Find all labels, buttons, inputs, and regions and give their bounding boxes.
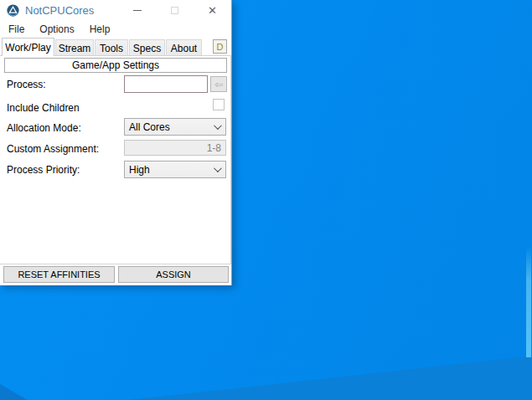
process-browse-button[interactable]: ⇦: [210, 76, 227, 92]
menu-help[interactable]: Help: [82, 22, 118, 37]
include-children-label: Include Children: [7, 102, 80, 114]
maximize-icon: [171, 7, 178, 14]
tab-tools[interactable]: Tools: [95, 39, 128, 56]
menu-bar: File Options Help: [0, 20, 231, 38]
custom-assignment-input: [124, 140, 226, 156]
minimize-button[interactable]: [118, 0, 156, 20]
process-priority-label: Process Priority:: [7, 164, 80, 176]
process-priority-select[interactable]: High: [124, 161, 226, 178]
menu-options[interactable]: Options: [32, 22, 81, 37]
window-title: NotCPUCores: [25, 4, 118, 17]
allocation-mode-label: Allocation Mode:: [7, 122, 81, 134]
maximize-button: [156, 0, 194, 20]
tab-strip: Work/Play Stream Tools Specs About D: [0, 38, 231, 55]
chevron-down-icon: [214, 164, 222, 172]
chevron-down-icon: [214, 121, 222, 130]
tab-about[interactable]: About: [166, 39, 202, 56]
tab-stream[interactable]: Stream: [55, 39, 94, 56]
notcpucores-window: NotCPUCores ✕ File Options Help Work/Pla…: [0, 0, 232, 285]
include-children-checkbox[interactable]: [213, 99, 225, 110]
tab-specs[interactable]: Specs: [129, 39, 165, 56]
group-header: Game/App Settings: [4, 58, 227, 73]
titlebar[interactable]: NotCPUCores ✕: [0, 0, 231, 20]
donate-button[interactable]: D: [213, 39, 227, 54]
wallpaper-light-stripe: [526, 247, 531, 357]
custom-assignment-label: Custom Assignment:: [7, 143, 99, 155]
minimize-icon: [133, 10, 142, 11]
process-priority-value: High: [129, 164, 214, 176]
allocation-mode-select[interactable]: All Cores: [124, 118, 226, 136]
allocation-mode-value: All Cores: [129, 121, 214, 133]
process-input[interactable]: [124, 75, 208, 93]
app-logo-icon: [7, 4, 19, 17]
work-play-tab-page: Game/App Settings Process: ⇦ Include Chi…: [0, 55, 231, 264]
left-arrow-icon: ⇦: [214, 79, 223, 90]
assign-button[interactable]: ASSIGN: [118, 266, 229, 283]
window-controls: ✕: [118, 0, 231, 20]
reset-affinities-button[interactable]: RESET AFFINITIES: [3, 266, 115, 283]
close-icon: ✕: [208, 4, 217, 17]
tab-work-play[interactable]: Work/Play: [2, 38, 54, 56]
process-label: Process:: [7, 79, 46, 90]
close-button[interactable]: ✕: [194, 0, 231, 20]
menu-file[interactable]: File: [1, 22, 32, 37]
bottom-button-row: RESET AFFINITIES ASSIGN: [0, 264, 231, 285]
